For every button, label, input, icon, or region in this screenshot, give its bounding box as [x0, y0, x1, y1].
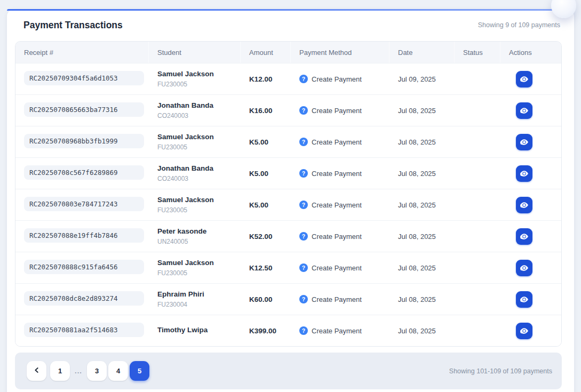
question-circle-icon: ?	[299, 201, 308, 209]
student-cell: Jonathan Banda CO240003	[149, 164, 241, 182]
column-header-amount: Amount	[241, 42, 291, 63]
student-name: Samuel Jackson	[157, 132, 241, 142]
actions-cell	[500, 323, 561, 339]
actions-cell	[500, 165, 561, 182]
payment-method-cell: ? Create Payment	[291, 263, 389, 272]
table-row: RC2025070865663ba77316 Jonathan Banda CO…	[15, 94, 561, 126]
eye-icon	[520, 295, 528, 303]
question-circle-icon: ?	[299, 75, 308, 83]
payment-method-cell: ? Create Payment	[291, 232, 389, 241]
payment-method-label: Create Payment	[312, 75, 362, 83]
payment-method-label: Create Payment	[312, 170, 362, 178]
payment-method-label: Create Payment	[312, 233, 362, 241]
student-cell: Samuel Jackson FU230005	[149, 195, 241, 214]
receipt-number: RC2025070803e784717243	[24, 197, 144, 211]
payment-method-label: Create Payment	[312, 264, 362, 272]
student-cell: Timothy Lwipa	[149, 325, 241, 335]
student-name: Timothy Lwipa	[157, 325, 241, 335]
page-button[interactable]: 5	[130, 361, 149, 381]
column-header-date: Date	[389, 42, 455, 63]
view-payment-button[interactable]	[516, 102, 532, 119]
table-row: RC20250708dc8e2d893274 Ephraim Phiri FU2…	[15, 283, 561, 315]
table-row: RC2025070803e784717243 Samuel Jackson FU…	[15, 189, 561, 220]
receipt-cell: RC2025070865663ba77316	[15, 102, 149, 118]
eye-icon	[520, 138, 528, 146]
view-payment-button[interactable]	[516, 291, 532, 308]
previous-page-button[interactable]	[27, 361, 46, 381]
student-cell: Samuel Jackson FU230005	[149, 258, 241, 277]
view-payment-button[interactable]	[516, 197, 532, 213]
student-id: FU230005	[157, 80, 241, 89]
payment-method-label: Create Payment	[312, 295, 362, 303]
column-header-receipt: Receipt #	[15, 42, 149, 63]
student-id: FU230004	[157, 300, 241, 309]
actions-cell	[500, 134, 561, 150]
column-header-method: Payment Method	[291, 42, 389, 63]
date-cell: Jul 08, 2025	[389, 138, 455, 146]
student-name: Samuel Jackson	[157, 69, 241, 79]
eye-icon	[520, 201, 528, 209]
student-cell: Samuel Jackson FU230005	[149, 69, 241, 88]
payment-method-label: Create Payment	[312, 138, 362, 146]
view-payment-button[interactable]	[516, 165, 532, 182]
actions-cell	[500, 197, 561, 213]
payments-table: Receipt # Student Amount Payment Method …	[15, 41, 562, 347]
column-header-status: Status	[455, 42, 500, 63]
student-id: CO240003	[157, 111, 241, 120]
view-payment-button[interactable]	[516, 323, 532, 339]
payment-method-cell: ? Create Payment	[291, 138, 389, 146]
table-header-row: Receipt # Student Amount Payment Method …	[15, 42, 561, 63]
receipt-number: RC20250708dc8e2d893274	[24, 291, 144, 306]
table-row: RC20250708c567f6289869 Jonathan Banda CO…	[15, 157, 561, 189]
date-cell: Jul 08, 2025	[389, 264, 455, 272]
receipt-number: RC20250709304f5a6d1053	[24, 71, 144, 85]
student-name: Jonathan Banda	[157, 101, 241, 110]
question-circle-icon: ?	[299, 263, 308, 272]
eye-icon	[520, 264, 528, 272]
eye-icon	[520, 327, 528, 335]
pagination-bar: 1 ... 3 4 5 Showing 101-109 of 109 payme…	[15, 353, 562, 389]
student-name: Peter kasonde	[157, 227, 241, 236]
view-payment-button[interactable]	[516, 71, 532, 87]
receipt-number: RC20250708968bb3fb1999	[24, 134, 144, 148]
view-payment-button[interactable]	[516, 228, 532, 245]
view-payment-button[interactable]	[516, 260, 532, 276]
receipt-cell: RC2025070888c915fa6456	[15, 260, 149, 276]
page-controls: 1 ... 3 4 5	[27, 361, 151, 381]
table-body: RC20250709304f5a6d1053 Samuel Jackson FU…	[15, 63, 561, 346]
table-row: RC2025070888c915fa6456 Samuel Jackson FU…	[15, 252, 561, 283]
amount-cell: K12.50	[241, 264, 291, 272]
date-cell: Jul 08, 2025	[389, 327, 455, 335]
eye-icon	[520, 170, 528, 178]
column-header-actions: Actions	[500, 42, 561, 63]
receipt-number: RC202507088e19ff4b7846	[24, 228, 144, 243]
amount-cell: K5.00	[241, 201, 291, 209]
page-button[interactable]: 3	[87, 361, 107, 381]
date-cell: Jul 08, 2025	[389, 295, 455, 303]
table-row: RC202507088e19ff4b7846 Peter kasonde UN2…	[15, 220, 561, 252]
payment-method-cell: ? Create Payment	[291, 326, 389, 335]
view-payment-button[interactable]	[516, 134, 532, 150]
table-row: RC20250709304f5a6d1053 Samuel Jackson FU…	[15, 63, 561, 94]
page-button[interactable]: 1	[50, 361, 70, 381]
actions-cell	[500, 260, 561, 276]
chevron-left-icon	[33, 366, 41, 375]
question-circle-icon: ?	[299, 106, 308, 115]
date-cell: Jul 09, 2025	[389, 75, 455, 83]
page-button[interactable]: 4	[108, 361, 128, 381]
date-cell: Jul 08, 2025	[389, 201, 455, 209]
question-circle-icon: ?	[299, 326, 308, 335]
student-cell: Samuel Jackson FU230005	[149, 132, 241, 151]
student-id: FU230005	[157, 206, 241, 214]
date-cell: Jul 08, 2025	[389, 170, 455, 178]
question-circle-icon: ?	[299, 295, 308, 303]
pagination-summary: Showing 101-109 of 109 payments	[449, 367, 552, 375]
receipt-number: RC2025070881aa2f514683	[24, 323, 144, 337]
page-title: Payment Transactions	[23, 20, 123, 31]
payments-count-summary: Showing 9 of 109 payments	[478, 21, 560, 29]
receipt-cell: RC20250708dc8e2d893274	[15, 291, 149, 307]
payment-method-cell: ? Create Payment	[291, 106, 389, 115]
receipt-cell: RC20250708968bb3fb1999	[15, 134, 149, 150]
receipt-cell: RC20250708c567f6289869	[15, 165, 149, 181]
student-id: FU230005	[157, 269, 241, 277]
